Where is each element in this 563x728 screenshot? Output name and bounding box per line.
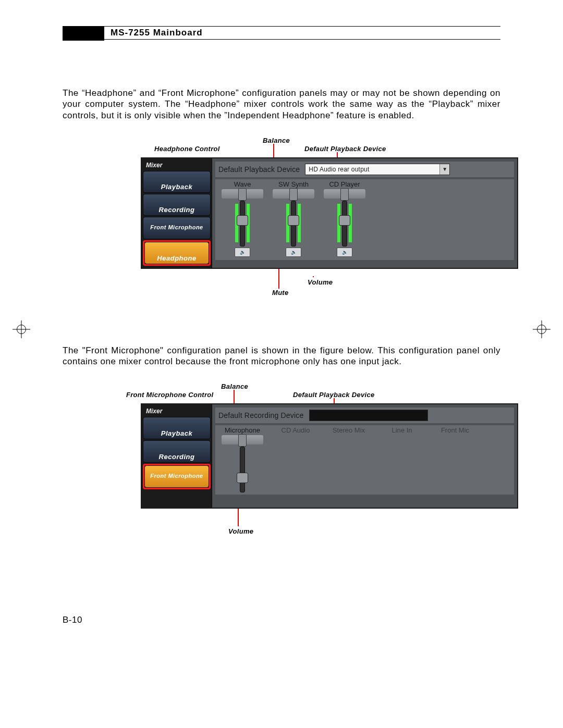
volume-slider[interactable] <box>233 447 252 491</box>
annot-volume: Volume <box>228 527 253 535</box>
screenshot-headphone-mixer: Mixer Playback Recording Front Microphon… <box>141 157 518 269</box>
balance-slider[interactable] <box>222 189 263 199</box>
chevron-down-icon: ▼ <box>439 164 449 175</box>
channels-row: Microphone CD Audio Stereo Mix Line In F… <box>215 425 514 495</box>
channel-swsynth: SW Synth 🔈 <box>268 180 319 257</box>
balance-slider[interactable] <box>222 435 263 445</box>
balance-slider[interactable] <box>324 189 365 199</box>
volume-slider[interactable] <box>284 201 303 245</box>
channel-label: SW Synth <box>268 180 319 188</box>
selection-highlight: Front Microphone <box>143 464 211 489</box>
channel-label: CD Player <box>320 180 370 188</box>
sidebar-item-recording[interactable]: Recording <box>143 194 211 216</box>
sidebar-item-playback[interactable]: Playback <box>143 171 211 193</box>
volume-slider[interactable] <box>335 201 354 245</box>
channel-label: Line In <box>377 426 427 434</box>
mute-button[interactable]: 🔈 <box>235 248 250 257</box>
sidebar-item-headphone[interactable]: Headphone <box>144 242 209 264</box>
annot-balance: Balance <box>221 382 248 390</box>
balance-slider[interactable] <box>273 189 314 199</box>
channel-label: Front Mic <box>430 426 480 434</box>
sidebar-item-front-microphone[interactable]: Front Microphone <box>144 465 209 488</box>
channel-label: Wave <box>217 180 267 188</box>
annot-default-device: Default Playback Device <box>304 145 386 153</box>
registration-mark <box>13 320 30 338</box>
annot-mute: Mute <box>272 289 289 297</box>
channel-stereomix: Stereo Mix <box>324 426 374 491</box>
dropdown-value: HD Audio rear output <box>309 166 369 173</box>
mixer-heading: Mixer <box>143 161 211 170</box>
channel-label: Microphone <box>217 426 267 434</box>
annot-headphone-control: Headphone Control <box>154 145 220 153</box>
mixer-sidebar: Mixer Playback Recording Front Microphon… <box>142 404 212 508</box>
volume-slider[interactable] <box>233 201 252 245</box>
mixer-heading: Mixer <box>143 406 211 416</box>
mute-button[interactable]: 🔈 <box>337 248 352 257</box>
default-recording-label: Default Recording Device <box>218 411 304 419</box>
annot-balance: Balance <box>263 137 290 144</box>
channel-label: CD Audio <box>271 426 321 434</box>
channel-linein: Line In <box>377 426 427 491</box>
channel-cdaudio: CD Audio <box>271 426 321 491</box>
mixer-sidebar: Mixer Playback Recording Front Microphon… <box>142 158 212 268</box>
sidebar-item-recording[interactable]: Recording <box>143 440 211 463</box>
annot-front-mic-control: Front Microphone Control <box>126 391 214 399</box>
channel-microphone: Microphone <box>217 426 267 491</box>
header-band-accent <box>63 26 104 41</box>
page-number: B-10 <box>63 615 82 625</box>
channel-label: Stereo Mix <box>324 426 374 434</box>
default-playback-label: Default Playback Device <box>218 165 300 174</box>
annot-volume: Volume <box>308 278 333 286</box>
default-playback-dropdown[interactable]: HD Audio rear output ▼ <box>305 164 450 175</box>
selection-highlight: Headphone <box>143 240 211 266</box>
channel-frontmic: Front Mic <box>430 426 480 491</box>
annot-default-device: Default Playback Device <box>293 391 374 399</box>
header: MS-7255 Mainboard <box>63 26 500 41</box>
page-title: MS-7255 Mainboard <box>104 26 500 40</box>
paragraph-2: The "Front Microphone" configuration pan… <box>63 345 500 367</box>
screenshot-front-mic-mixer: Mixer Playback Recording Front Microphon… <box>141 403 518 509</box>
sidebar-item-playback[interactable]: Playback <box>143 417 211 439</box>
channels-row: Wave 🔈 SW Synth 🔈 CD Player <box>215 179 514 260</box>
default-recording-dropdown[interactable] <box>309 410 428 421</box>
sidebar-item-front-microphone[interactable]: Front Microphone <box>143 217 211 239</box>
channel-wave: Wave 🔈 <box>217 180 267 257</box>
channel-cdplayer: CD Player 🔈 <box>320 180 370 257</box>
mute-button[interactable]: 🔈 <box>286 248 301 257</box>
registration-mark <box>533 320 550 338</box>
paragraph-1: The “Headphone” and “Front Microphone” c… <box>63 88 500 121</box>
mixer-panel: Default Recording Device Microphone CD A… <box>212 404 517 508</box>
mixer-panel: Default Playback Device HD Audio rear ou… <box>212 158 517 268</box>
